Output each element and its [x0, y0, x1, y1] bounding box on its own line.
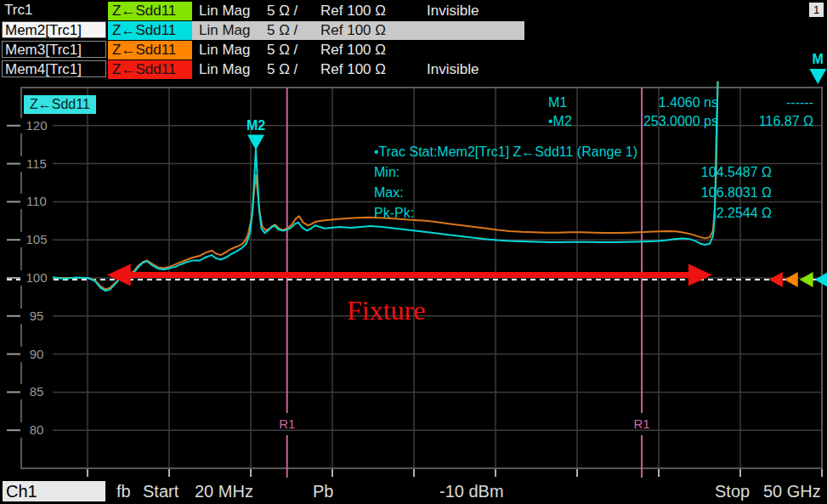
stat-max-label: Max: [374, 185, 404, 201]
fixture-annotation: Fixture [347, 295, 474, 326]
trace-scale: 5 Ω / [267, 3, 297, 20]
trace-row-trc1[interactable]: Trc1Z←Sdd11Lin Mag5 Ω /Ref 100 ΩInvisibl… [0, 2, 827, 20]
trace-ref: Ref 100 Ω [320, 22, 386, 39]
trace-scale: 5 Ω / [267, 61, 297, 78]
trace-row-mem3trc1[interactable]: Mem3[Trc1]Z←Sdd11Lin Mag5 Ω /Ref 100 Ω [0, 41, 827, 59]
freq-base-indicator: fb [116, 482, 131, 501]
trace-format: Lin Mag [199, 3, 250, 20]
trace-name[interactable]: Mem2[Trc1] [2, 21, 106, 38]
trace-measurement-box[interactable]: Z←Sdd11 [108, 21, 192, 40]
marker-m1-stimulus: 1.4060 ns [589, 95, 718, 110]
stat-min-label: Min: [374, 165, 399, 180]
trace-status: Invisible [427, 61, 479, 78]
trace-name[interactable]: Mem3[Trc1] [2, 41, 106, 58]
power-level[interactable]: -10 dBm [439, 482, 504, 501]
channel-bar: Ch1 fb Start 20 MHz Pb -10 dBm Stop 50 G… [0, 479, 827, 504]
y-axis-label: 95 [20, 309, 53, 324]
trace-ref: Ref 100 Ω [320, 61, 386, 78]
y-axis-label: 105 [20, 232, 53, 247]
marker-m1-label: M1 [548, 95, 589, 110]
y-axis-label: 100 [20, 270, 53, 286]
ref-level-indicator[interactable] [815, 272, 827, 287]
trace-format: Lin Mag [199, 42, 250, 59]
range-line-label: R1 [625, 416, 659, 431]
channel-label[interactable]: Ch1 [3, 481, 105, 501]
marker-m2-triangle[interactable] [247, 135, 264, 150]
y-axis-label: 80 [20, 422, 53, 438]
active-trace-tab[interactable]: Z←Sdd11 [24, 95, 96, 114]
trace-ref: Ref 100 Ω [320, 3, 386, 20]
stat-max-value: 106.8031 Ω [701, 185, 772, 201]
trace-name[interactable]: Trc1 [2, 2, 106, 19]
fixture-arrow-right-head [688, 263, 712, 286]
stop-label: Stop [715, 482, 750, 501]
vna-screen: Trc1Z←Sdd11Lin Mag5 Ω /Ref 100 ΩInvisibl… [0, 0, 827, 504]
highlight-ellipse [220, 133, 307, 285]
y-axis-label: 90 [20, 347, 53, 362]
stat-pkpk-label: Pk-Pk: [374, 206, 414, 221]
y-axis-label: 110 [20, 194, 53, 209]
y-axis-label: 115 [20, 156, 53, 172]
range-line-label: R1 [270, 416, 304, 431]
marker-m2-stimulus: 253.0000 ps [589, 114, 718, 129]
y-axis-label: 120 [20, 118, 53, 133]
start-frequency[interactable]: 20 MHz [195, 482, 253, 501]
ref-level-indicator[interactable] [769, 272, 783, 287]
y-axis-label: 85 [20, 384, 53, 399]
trace-measurement-box[interactable]: Z←Sdd11 [108, 2, 192, 20]
trace-name[interactable]: Mem4[Trc1] [2, 60, 106, 77]
marker-m2-value: 116.87 Ω [718, 114, 813, 129]
trace-measurement-box[interactable]: Z←Sdd11 [108, 41, 192, 59]
trace-status: Invisible [427, 3, 479, 20]
marker-m2-label: •M2 [548, 114, 589, 129]
power-base-indicator: Pb [313, 482, 333, 501]
marker-readout-m1: M1 1.4060 ns ------ [548, 95, 813, 114]
marker-m-label: M [801, 52, 827, 67]
trace-legend: Trc1Z←Sdd11Lin Mag5 Ω /Ref 100 ΩInvisibl… [0, 0, 827, 82]
trace-row-mem4trc1[interactable]: Mem4[Trc1]Z←Sdd11Lin Mag5 Ω /Ref 100 ΩIn… [0, 60, 827, 79]
stat-pkpk-value: 2.2544 Ω [717, 206, 772, 221]
trace-scale: 5 Ω / [267, 42, 297, 59]
trace-format: Lin Mag [199, 61, 250, 78]
ref-level-indicator[interactable] [785, 272, 798, 287]
window-number[interactable]: 1 [809, 3, 824, 17]
stat-min-value: 104.5487 Ω [701, 165, 772, 180]
marker-m2-label: M2 [239, 118, 273, 133]
marker-m1-value: ------ [718, 95, 813, 110]
trace-ref: Ref 100 Ω [320, 42, 386, 59]
start-label: Start [143, 482, 178, 501]
stop-frequency[interactable]: 50 GHz [763, 482, 821, 501]
fixture-arrow-left-head [107, 263, 131, 286]
marker-readout-m2: •M2 253.0000 ps 116.87 Ω [548, 114, 813, 133]
trace-scale: 5 Ω / [267, 22, 297, 39]
ref-level-indicator[interactable] [800, 272, 813, 287]
trace-format: Lin Mag [199, 22, 250, 39]
trac-stat-title: •Trac Stat:Mem2[Trc1] Z←Sdd11 (Range 1) [374, 144, 637, 160]
trace-measurement-box[interactable]: Z←Sdd11 [108, 60, 192, 79]
trace-row-mem2trc1[interactable]: Mem2[Trc1]Z←Sdd11Lin Mag5 Ω /Ref 100 Ω [0, 21, 827, 40]
